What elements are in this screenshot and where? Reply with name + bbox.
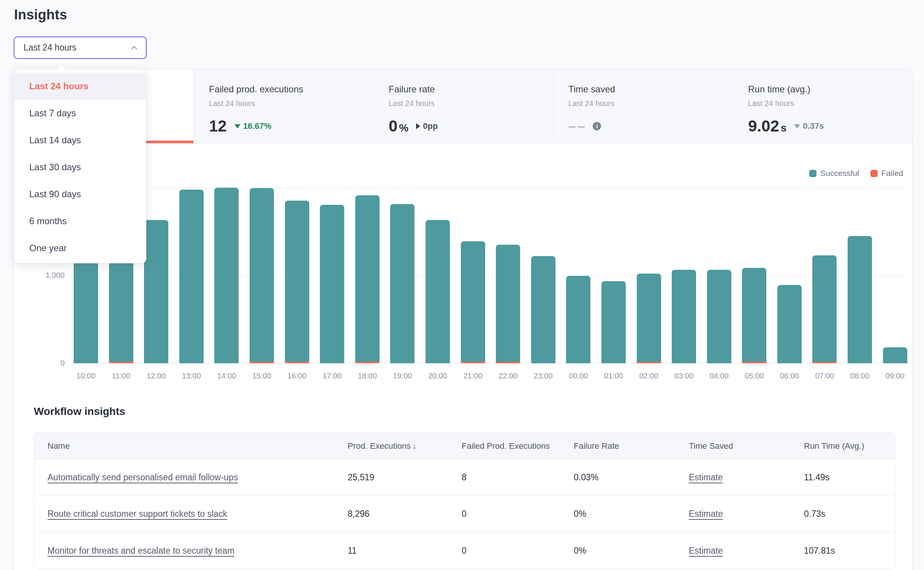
x-axis-label: 18:00	[355, 372, 380, 380]
column-header-prod-executions[interactable]: Prod. Executions↓	[334, 433, 448, 459]
bar-20:00	[426, 188, 450, 363]
table-header-row: NameProd. Executions↓Failed Prod. Execut…	[34, 433, 895, 459]
tab-subtitle: Last 24 hours	[748, 99, 912, 108]
bar-18:00	[355, 188, 380, 363]
chart-plot-area: 2,0001,0000	[71, 188, 910, 363]
time-range-dropdown[interactable]: Last 24 hours	[14, 36, 147, 59]
time-range-menu: Last 24 hoursLast 7 daysLast 14 daysLast…	[14, 69, 146, 263]
bar-16:00	[285, 188, 309, 363]
failed-prod-executions-value: 0	[462, 509, 467, 519]
bar-22:00	[496, 188, 520, 363]
bar-successful-segment	[461, 241, 485, 363]
x-axis-label: 21:00	[461, 372, 485, 380]
bar-successful-segment	[390, 204, 415, 363]
bar-successful-segment	[883, 347, 907, 363]
time-saved-estimate-link[interactable]: Estimate	[689, 472, 723, 483]
workflow-name-link[interactable]: Route critical customer support tickets …	[47, 509, 227, 519]
bar-successful-segment	[566, 276, 590, 363]
bar-failed-segment	[355, 362, 380, 363]
bar-successful-segment	[355, 195, 380, 363]
bar-successful-segment	[531, 256, 555, 363]
bar-successful-segment	[848, 236, 872, 363]
bar-successful-segment	[320, 205, 344, 363]
menu-item-last-90-days[interactable]: Last 90 days	[14, 180, 146, 207]
y-axis-label: 0	[60, 359, 65, 367]
x-axis-label: 12:00	[144, 372, 168, 380]
bar-successful-segment	[707, 270, 731, 363]
run-time-value: 11.49s	[804, 472, 829, 483]
column-header-failure-rate[interactable]: Failure Rate	[560, 433, 676, 459]
x-axis-label: 00:00	[566, 372, 590, 380]
page-title: Insights	[14, 7, 67, 23]
tab-failed-prod-executions[interactable]: Failed prod. executions Last 24 hours 12…	[194, 70, 373, 143]
run-time-value: 0.73s	[804, 509, 825, 519]
x-axis-label: 14:00	[214, 372, 239, 380]
prod-executions-value: 25,519	[348, 472, 374, 483]
failure-rate-value: 0%	[574, 509, 586, 519]
info-icon[interactable]: i	[593, 122, 601, 130]
column-header-name[interactable]: Name	[34, 433, 334, 459]
workflow-name-link[interactable]: Monitor for threats and escalate to secu…	[47, 546, 234, 556]
sort-desc-icon: ↓	[412, 442, 416, 451]
tab-subtitle: Last 24 hours	[209, 99, 373, 108]
column-header-time-saved[interactable]: Time Saved	[676, 433, 791, 459]
failure-rate-value: 0%	[574, 546, 586, 556]
x-axis-label: 19:00	[390, 372, 415, 380]
bar-07:00	[812, 188, 837, 363]
menu-item-last-7-days[interactable]: Last 7 days	[14, 100, 146, 127]
menu-item-last-24-hours[interactable]: Last 24 hours	[14, 73, 146, 100]
table-row: Route critical customer support tickets …	[34, 496, 895, 532]
table-row: Monitor for threats and escalate to secu…	[34, 532, 895, 569]
x-axis-label: 09:00	[883, 372, 907, 380]
legend-swatch	[809, 170, 816, 177]
prod-executions-value: 11	[348, 546, 357, 556]
tab-delta: 16.67%	[243, 121, 272, 131]
tab-run-time[interactable]: Run time (avg.) Last 24 hours 9.02 s 0.3…	[733, 70, 912, 143]
tab-time-saved[interactable]: Time saved Last 24 hours –– i	[553, 70, 733, 143]
bar-successful-segment	[742, 268, 766, 363]
chart-legend: SuccessfulFailed	[809, 169, 903, 178]
bar-successful-segment	[777, 285, 802, 363]
bar-19:00	[390, 188, 415, 363]
bar-13:00	[179, 188, 204, 363]
failed-prod-executions-value: 0	[462, 546, 467, 556]
failure-rate-value: 0.03%	[574, 472, 598, 483]
workflow-name-link[interactable]: Automatically send personalised email fo…	[47, 472, 238, 483]
time-saved-estimate-link[interactable]: Estimate	[689, 546, 723, 556]
column-header-run-time-avg-[interactable]: Run Time (Avg.)	[791, 433, 895, 459]
bar-02:00	[637, 188, 661, 363]
bar-successful-segment	[179, 190, 204, 363]
tab-value-suffix: %	[399, 122, 408, 134]
menu-item-one-year[interactable]: One year	[14, 234, 146, 261]
workflow-insights-table: NameProd. Executions↓Failed Prod. Execut…	[34, 432, 895, 569]
chart-bars	[71, 188, 910, 363]
x-axis-label: 23:00	[531, 372, 555, 380]
time-saved-estimate-link[interactable]: Estimate	[689, 509, 723, 519]
bar-failed-segment	[812, 362, 837, 363]
tab-title: Failure rate	[389, 84, 553, 95]
bar-successful-segment	[601, 281, 626, 363]
tab-value: 12	[209, 117, 227, 135]
menu-item-last-14-days[interactable]: Last 14 days	[14, 127, 146, 154]
bar-successful-segment	[637, 274, 661, 363]
tab-delta: 0.37s	[803, 121, 824, 131]
legend-item-successful[interactable]: Successful	[809, 169, 859, 178]
bar-failed-segment	[285, 362, 309, 363]
tab-failure-rate[interactable]: Failure rate Last 24 hours 0 % 0pp	[373, 70, 553, 143]
tab-value: ––	[568, 118, 587, 134]
x-axis-label: 16:00	[285, 372, 309, 380]
column-header-label: Name	[47, 441, 70, 451]
bar-successful-segment	[496, 245, 520, 363]
menu-item-6-months[interactable]: 6 months	[14, 207, 146, 234]
menu-item-last-30-days[interactable]: Last 30 days	[14, 154, 146, 180]
bar-successful-segment	[250, 188, 274, 363]
x-axis-label: 03:00	[672, 372, 696, 380]
x-axis-label: 17:00	[320, 372, 344, 380]
bar-successful-segment	[672, 270, 696, 363]
column-header-failed-prod-executions[interactable]: Failed Prod. Executions	[448, 433, 560, 459]
x-axis-label: 02:00	[637, 372, 661, 380]
bar-00:00	[566, 188, 590, 363]
metric-tabs: Prod. executions Last 24 hours Failed pr…	[14, 70, 912, 144]
legend-item-failed[interactable]: Failed	[870, 169, 903, 178]
bar-14:00	[214, 188, 239, 363]
